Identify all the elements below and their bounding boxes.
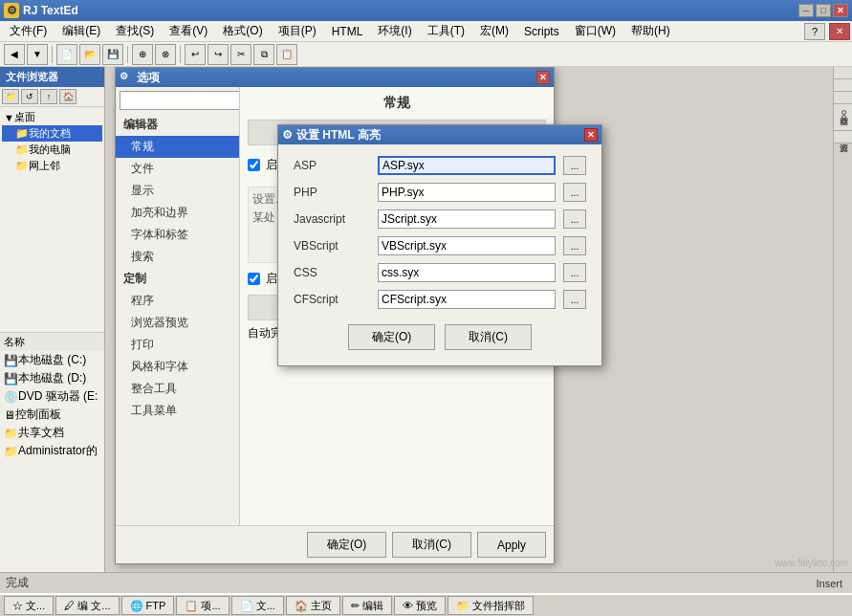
nav-item-search[interactable]: 搜索 <box>116 246 239 268</box>
highlight-browse-vbscript[interactable]: ... <box>563 236 586 255</box>
menu-html[interactable]: HTML <box>324 23 371 40</box>
taskbar-edit[interactable]: 🖊 编 文... <box>55 596 119 615</box>
menu-scripts[interactable]: Scripts <box>516 23 567 40</box>
highlight-input-cfscript[interactable] <box>378 290 556 309</box>
desktop-collapse-icon: ▼ <box>4 112 14 123</box>
shared-icon: 📁 <box>4 427 18 440</box>
options-close-button[interactable]: ✕ <box>536 71 550 84</box>
highlight-browse-asp[interactable]: ... <box>563 156 586 175</box>
nav-item-file[interactable]: 文件 <box>116 158 239 180</box>
file-item-d[interactable]: 💾 本地磁盘 (D:) <box>0 369 104 387</box>
nav-item-browser-preview[interactable]: 浏览器预览 <box>116 312 239 334</box>
toolbar-cut[interactable]: ✂ <box>230 44 251 65</box>
options-ok-button[interactable]: 确定(O) <box>307 532 386 558</box>
multi-edit-checkbox[interactable] <box>248 273 260 285</box>
insert-mode: Insert <box>812 578 846 589</box>
right-panel-browser[interactable]: 浏览器 <box>834 67 852 79</box>
highlight-close-button[interactable]: ✕ <box>584 128 598 142</box>
fb-refresh[interactable]: ↺ <box>21 89 38 104</box>
file-item-shared[interactable]: 📁 共享文档 <box>0 424 104 442</box>
menu-find[interactable]: 查找(S) <box>108 21 162 41</box>
right-panel-auto[interactable]: 自动odo功 <box>834 104 852 131</box>
file-item-c[interactable]: 💾 本地磁盘 (C:) <box>0 351 104 369</box>
options-title-bar: ⚙ 选项 ✕ <box>116 68 554 87</box>
right-panel-project[interactable]: 项目 <box>834 79 852 92</box>
fb-new-folder[interactable]: 📁 <box>2 89 19 104</box>
content-area: 文件浏览器 📁 ↺ ↑ 🏠 ▼ 桌面 📁 我的文档 <box>0 67 852 572</box>
highlight-browse-cfscript[interactable]: ... <box>563 290 586 309</box>
highlight-browse-php[interactable]: ... <box>563 183 586 202</box>
menu-project[interactable]: 项目(P) <box>271 21 324 41</box>
highlight-cancel-button[interactable]: 取消(C) <box>445 324 532 350</box>
toolbar-btn4[interactable]: ⊗ <box>155 44 176 65</box>
menu-view[interactable]: 查看(V) <box>162 21 215 41</box>
file-browser-panel: 文件浏览器 📁 ↺ ↑ 🏠 ▼ 桌面 📁 我的文档 <box>0 67 105 572</box>
fb-up[interactable]: ↑ <box>40 89 57 104</box>
menu-help[interactable]: 帮助(H) <box>623 21 678 41</box>
fb-home[interactable]: 🏠 <box>59 89 76 104</box>
toolbar-copy[interactable]: ⧉ <box>253 44 274 65</box>
menu-file[interactable]: 文件(F) <box>2 21 55 41</box>
taskbar-project[interactable]: 📋 项... <box>176 596 229 615</box>
nav-search-input[interactable] <box>120 91 240 110</box>
toolbar-back[interactable]: ◀ <box>4 44 25 65</box>
taskbar-ftp[interactable]: 🌐 FTP <box>121 596 175 615</box>
nav-item-highlight[interactable]: 加亮和边界 <box>116 202 239 224</box>
file-item-control[interactable]: 🖥 控制面板 <box>0 406 104 424</box>
menu-macro[interactable]: 宏(M) <box>472 21 516 41</box>
taskbar-text[interactable]: 📄 文... <box>231 596 284 615</box>
highlight-ok-button[interactable]: 确定(O) <box>348 324 435 350</box>
toolbar-open[interactable]: 📂 <box>79 44 100 65</box>
nav-item-display[interactable]: 显示 <box>116 180 239 202</box>
menu-tools[interactable]: 工具(T) <box>420 21 472 41</box>
menu-env[interactable]: 环境(I) <box>370 21 419 41</box>
nav-item-font[interactable]: 字体和标签 <box>116 224 239 246</box>
right-panel-graphics[interactable]: 图形 <box>834 92 852 104</box>
tree-item-mydocs[interactable]: 📁 我的文档 <box>2 125 102 142</box>
highlight-browse-css[interactable]: ... <box>563 263 586 282</box>
nav-item-programs[interactable]: 程序 <box>116 290 239 312</box>
file-item-e[interactable]: 💿 DVD 驱动器 (E: <box>0 387 104 406</box>
file-item-admin[interactable]: 📁 Administrator的 <box>0 442 104 460</box>
highlight-input-javascript[interactable] <box>378 209 556 229</box>
nav-item-integrate[interactable]: 整合工具 <box>116 378 239 400</box>
options-apply-button[interactable]: Apply <box>477 532 546 558</box>
nav-item-general[interactable]: 常规 <box>116 136 239 158</box>
close-button[interactable]: ✕ <box>833 4 848 17</box>
highlight-input-php[interactable] <box>378 183 556 202</box>
tree-item-desktop[interactable]: ▼ 桌面 <box>2 109 102 125</box>
toolbar-undo[interactable]: ↩ <box>185 44 206 65</box>
toolbar-paste[interactable]: 📋 <box>276 44 297 65</box>
nav-item-styles[interactable]: 风格和字体 <box>116 356 239 378</box>
toolbar-close-button[interactable]: ✕ <box>829 23 850 40</box>
highlight-browse-javascript[interactable]: ... <box>563 209 586 229</box>
right-panel-resources[interactable]: 资源 <box>834 131 852 143</box>
help-button[interactable]: ? <box>804 23 825 40</box>
options-cancel-button[interactable]: 取消(C) <box>392 532 471 558</box>
toolbar-redo[interactable]: ↪ <box>208 44 229 65</box>
menu-edit[interactable]: 编辑(E) <box>55 21 108 41</box>
nav-item-toolsmenu[interactable]: 工具菜单 <box>116 400 239 422</box>
tree-item-mycomputer[interactable]: 📁 我的电脑 <box>2 142 102 158</box>
minimize-button[interactable]: ─ <box>798 4 814 17</box>
menu-format[interactable]: 格式(O) <box>215 21 270 41</box>
toolbar-dropdown[interactable]: ▼ <box>27 44 48 65</box>
taskbar-file[interactable]: ☆ 文... <box>4 596 54 615</box>
maximize-button[interactable]: □ <box>816 4 831 17</box>
highlight-footer: 确定(O) 取消(C) <box>294 317 586 354</box>
html-highlight-checkbox[interactable] <box>248 159 260 171</box>
toolbar-save[interactable]: 💾 <box>102 44 123 65</box>
highlight-input-css[interactable] <box>378 263 556 282</box>
taskbar-editor[interactable]: ✏ 编辑 <box>342 596 392 615</box>
toolbar-btn3[interactable]: ⊕ <box>132 44 153 65</box>
highlight-input-asp[interactable] <box>378 156 556 175</box>
menu-window[interactable]: 窗口(W) <box>567 21 623 41</box>
tree-item-network[interactable]: 📁 网上邻 <box>2 158 102 174</box>
toolbar-new[interactable]: 📄 <box>56 44 77 65</box>
nav-item-print[interactable]: 打印 <box>116 334 239 356</box>
highlight-input-vbscript[interactable] <box>378 236 556 255</box>
taskbar-home[interactable]: 🏠 主页 <box>286 596 340 615</box>
highlight-label-javascript: Javascript <box>294 212 370 226</box>
taskbar-preview[interactable]: 👁 预览 <box>394 596 446 615</box>
taskbar-filemanager[interactable]: 📁 文件指挥部 <box>448 596 534 615</box>
